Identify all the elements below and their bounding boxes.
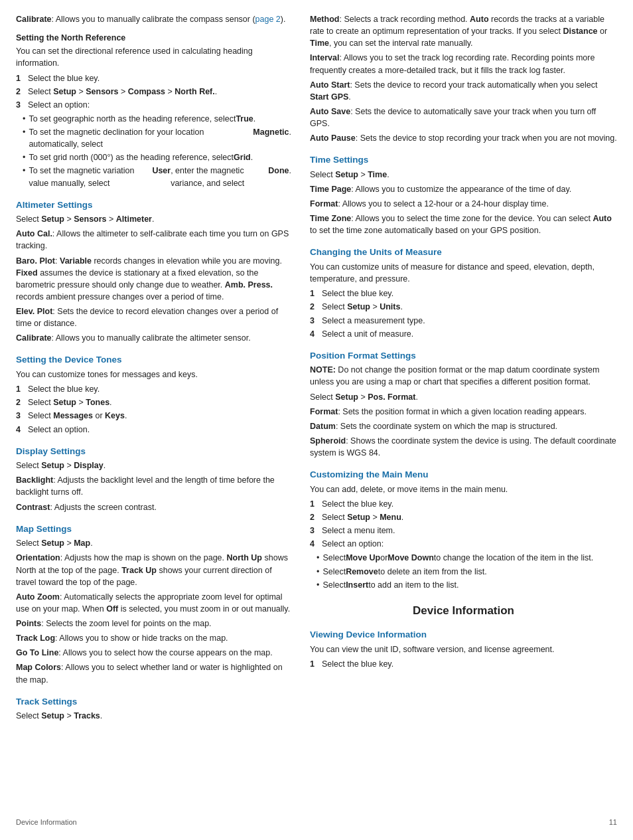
display-select: Select Setup > Display.	[16, 460, 291, 471]
north-ref-bullet-2: To set the magnetic declination for your…	[23, 126, 291, 150]
map-select: Select Setup > Map.	[16, 537, 291, 549]
north-ref-bullet-4: To set the magnetic variation value manu…	[23, 165, 291, 189]
map-go-to-line: Go To Line: Allows you to select how the…	[16, 647, 291, 659]
page-footer: Device Information 11	[16, 812, 617, 828]
map-heading: Map Settings	[16, 523, 291, 536]
time-settings-section: Time Settings Select Setup > Time. Time …	[310, 153, 617, 236]
units-steps: 1Select the blue key. 2Select Setup > Un…	[310, 288, 617, 340]
menu-bullet-3: Select Insert to add an item to the list…	[316, 579, 617, 591]
map-auto-zoom: Auto Zoom: Automatically selects the app…	[16, 591, 291, 615]
track-heading: Track Settings	[16, 695, 291, 709]
display-heading: Display Settings	[16, 445, 291, 458]
tones-step-3: 3Select Messages or Keys.	[16, 410, 291, 422]
north-ref-steps: 1Select the blue key. 2Select Setup > Se…	[16, 72, 291, 111]
menu-step-1: 1Select the blue key.	[310, 498, 617, 510]
map-section: Map Settings Select Setup > Map. Orienta…	[16, 523, 291, 686]
device-info-big-heading: Device Information	[310, 603, 617, 620]
altimeter-auto-cal: Auto Cal.: Allows the altimeter to self-…	[16, 228, 291, 252]
position-heading: Position Format Settings	[310, 349, 617, 363]
menu-bullet-2: Select Remove to delete an item from the…	[316, 566, 617, 578]
track-section: Track Settings Select Setup > Tracks.	[16, 695, 291, 722]
display-section: Display Settings Select Setup > Display.…	[16, 445, 291, 513]
altimeter-heading: Altimeter Settings	[16, 199, 291, 212]
units-step-3: 3Select a measurement type.	[310, 315, 617, 327]
north-ref-bullet-3: To set grid north (000°) as the heading …	[23, 151, 291, 163]
north-ref-step-3: 3Select an option:	[16, 99, 291, 111]
north-ref-step-2: 2Select Setup > Sensors > Compass > Nort…	[16, 86, 291, 98]
calibrate-compass-line: Calibrate: Allows you to manually calibr…	[16, 13, 291, 25]
left-column: Calibrate: Allows you to manually calibr…	[16, 13, 291, 827]
main-menu-section: Customizing the Main Menu You can add, d…	[310, 468, 617, 591]
display-backlight: Backlight: Adjusts the backlight level a…	[16, 474, 291, 498]
tones-step-1: 1Select the blue key.	[16, 383, 291, 395]
position-section: Position Format Settings NOTE: Do not ch…	[310, 349, 617, 459]
main-menu-desc: You can add, delete, or move items in th…	[310, 483, 617, 495]
position-spheroid: Spheroid: Shows the coordinate system th…	[310, 435, 617, 459]
menu-step-4: 4Select an option:	[310, 538, 617, 550]
north-ref-step-1: 1Select the blue key.	[16, 72, 291, 84]
map-points: Points: Selects the zoom level for point…	[16, 618, 291, 630]
main-menu-bullets: Select Move Up or Move Down to change th…	[316, 552, 617, 590]
calibrate-label: Calibrate	[16, 15, 52, 24]
calibrate-desc: : Allows you to manually calibrate the c…	[52, 15, 255, 24]
auto-pause-text: Auto Pause: Sets the device to stop reco…	[310, 132, 617, 144]
units-section: Changing the Units of Measure You can cu…	[310, 246, 617, 339]
view-step-1: 1Select the blue key.	[310, 658, 617, 670]
display-contrast: Contrast: Adjusts the screen contrast.	[16, 501, 291, 513]
time-format-text: Format: Allows you to select a 12-hour o…	[310, 198, 617, 210]
units-step-1: 1Select the blue key.	[310, 288, 617, 299]
altimeter-calibrate: Calibrate: Allows you to manually calibr…	[16, 332, 291, 344]
auto-save-text: Auto Save: Sets the device to automatica…	[310, 106, 617, 129]
track-method: Method: Selects a track recording method…	[310, 13, 617, 144]
auto-start-text: Auto Start: Sets the device to record yo…	[310, 79, 617, 103]
map-colors: Map Colors: Allows you to select whether…	[16, 661, 291, 685]
footer-right-text: 11	[609, 817, 617, 828]
main-menu-heading: Customizing the Main Menu	[310, 468, 617, 481]
north-reference-section: Setting the North Reference You can set …	[16, 32, 291, 189]
menu-bullet-1: Select Move Up or Move Down to change th…	[316, 552, 617, 564]
main-menu-steps: 1Select the blue key. 2Select Setup > Me…	[310, 498, 617, 550]
interval-text: Interval: Allows you to set the track lo…	[310, 52, 617, 76]
altimeter-baro-plot: Baro. Plot: Variable records changes in …	[16, 255, 291, 303]
tones-step-4: 4Select an option.	[16, 424, 291, 436]
right-column: Method: Selects a track recording method…	[310, 13, 617, 827]
position-datum: Datum: Sets the coordinate system on whi…	[310, 420, 617, 432]
device-info-section: Device Information Viewing Device Inform…	[310, 603, 617, 670]
view-device-desc: You can view the unit ID, software versi…	[310, 643, 617, 655]
position-note: NOTE: Do not change the position format …	[310, 364, 617, 388]
time-page-text: Time Page: Allows you to customize the a…	[310, 183, 617, 195]
map-orientation: Orientation: Adjusts how the map is show…	[16, 552, 291, 588]
north-ref-desc: You can set the directional reference us…	[16, 45, 291, 69]
calibrate-end: ).	[281, 15, 286, 24]
menu-step-2: 2Select Setup > Menu.	[310, 511, 617, 523]
device-tones-heading: Setting the Device Tones	[16, 353, 291, 367]
view-device-steps: 1Select the blue key.	[310, 658, 617, 670]
menu-step-3: 3Select a menu item.	[310, 525, 617, 537]
north-ref-bullet-1: To set geographic north as the heading r…	[23, 113, 291, 125]
units-step-4: 4Select a unit of measure.	[310, 328, 617, 340]
altimeter-select: Select Setup > Sensors > Altimeter.	[16, 213, 291, 225]
units-desc: You can customize units of measure for d…	[310, 261, 617, 285]
altimeter-elev-plot: Elev. Plot: Sets the device to record el…	[16, 305, 291, 329]
track-select: Select Setup > Tracks.	[16, 710, 291, 722]
time-settings-heading: Time Settings	[310, 153, 617, 167]
position-select: Select Setup > Pos. Format.	[310, 391, 617, 403]
calibrate-page-link[interactable]: page 2	[255, 15, 281, 24]
time-settings-select: Select Setup > Time.	[310, 169, 617, 181]
altimeter-section: Altimeter Settings Select Setup > Sensor…	[16, 199, 291, 345]
view-device-heading: Viewing Device Information	[310, 628, 617, 641]
time-zone-text: Time Zone: Allows you to select the time…	[310, 212, 617, 236]
units-step-2: 2Select Setup > Units.	[310, 301, 617, 313]
north-ref-heading: Setting the North Reference	[16, 32, 291, 44]
device-tones-section: Setting the Device Tones You can customi…	[16, 353, 291, 435]
method-text: Method: Selects a track recording method…	[310, 13, 617, 49]
tones-step-2: 2Select Setup > Tones.	[16, 396, 291, 408]
units-heading: Changing the Units of Measure	[310, 246, 617, 259]
position-format: Format: Sets the position format in whic…	[310, 406, 617, 418]
device-tones-steps: 1Select the blue key. 2Select Setup > To…	[16, 383, 291, 436]
device-tones-desc: You can customize tones for messages and…	[16, 369, 291, 380]
footer-left-text: Device Information	[16, 817, 77, 828]
north-ref-bullets: To set geographic north as the heading r…	[23, 113, 291, 189]
map-track-log: Track Log: Allows you to show or hide tr…	[16, 632, 291, 644]
